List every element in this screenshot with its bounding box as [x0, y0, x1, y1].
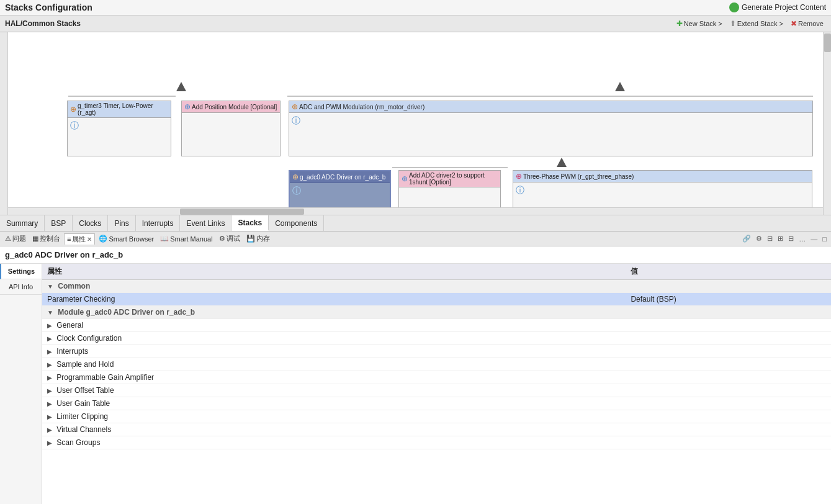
interrupts-expand-icon: ▶	[47, 348, 52, 355]
node-timer3[interactable]: ⊕ g_timer3 Timer, Low-Power (r_agt) ⓘ	[67, 101, 171, 156]
row-clock-config[interactable]: ▶ Clock Configuration	[42, 332, 831, 345]
three-phase-info: ⓘ	[516, 185, 524, 195]
row-user-gain[interactable]: ▶ User Gain Table	[42, 397, 831, 410]
row-virtual-channels[interactable]: ▶ Virtual Channels	[42, 423, 831, 436]
extend-stack-icon: ⬆	[730, 19, 736, 28]
user-gain-expand-icon: ▶	[47, 400, 52, 407]
tab-summary[interactable]: Summary	[0, 215, 45, 231]
side-tabs: Settings API Info	[0, 264, 42, 504]
new-stack-btn[interactable]: ✚ New Stack >	[674, 18, 725, 29]
adc-pwm-label: ADC and PWM Modulation (rm_motor_driver)	[299, 104, 424, 110]
section-module[interactable]: ▼ Module g_adc0 ADC Driver on r_adc_b	[42, 306, 831, 319]
toolbar-btn-more[interactable]: …	[797, 235, 807, 243]
tab-bar: Summary BSP Clocks Pins Interrupts Event…	[0, 215, 831, 232]
limiter-expand-icon: ▶	[47, 413, 52, 420]
g-adc0-label: g_adc0 ADC Driver on r_adc_b	[300, 174, 385, 181]
remove-label: Remove	[798, 20, 824, 27]
generate-btn[interactable]: Generate Project Content	[729, 2, 826, 12]
virtual-channels-expand-icon: ▶	[47, 426, 52, 433]
generate-icon	[729, 2, 739, 12]
bottom-toolbar: ⚠ 问题 ▦ 控制台 ≡ 属性 ✕ 🌐 Smart Browser 📖 Smar…	[0, 232, 831, 246]
toolbar-btn-link[interactable]: 🔗	[740, 234, 753, 243]
app-title: Stacks Configuration	[5, 2, 92, 12]
tab-event-links[interactable]: Event Links	[180, 215, 231, 231]
pga-expand-icon: ▶	[47, 374, 52, 381]
toolbar-btn-minimize[interactable]: —	[809, 235, 819, 243]
left-scroll-indicator[interactable]	[0, 32, 8, 215]
toolbar-debug[interactable]: ⚙ 调试	[217, 233, 243, 244]
general-expand-icon: ▶	[47, 322, 52, 329]
user-offset-expand-icon: ▶	[47, 387, 52, 394]
three-phase-label: Three-Phase PWM (r_gpt_three_phase)	[523, 173, 634, 180]
issues-icon: ⚠	[5, 235, 11, 243]
add-adc2-label: Add ADC driver2 to support 1shunt [Optio…	[409, 172, 498, 186]
section-common[interactable]: ▼ Common	[42, 280, 831, 293]
side-tab-api-info[interactable]: API Info	[0, 279, 42, 295]
timer3-info: ⓘ	[70, 120, 79, 130]
debug-icon: ⚙	[219, 235, 225, 243]
adc-pwm-icon: ⊕	[292, 102, 298, 111]
node-adc-pwm[interactable]: ⊕ ADC and PWM Modulation (rm_motor_drive…	[289, 101, 813, 156]
hal-actions: ✚ New Stack > ⬆ Extend Stack > ✖ Remove	[674, 18, 826, 29]
toolbar-properties[interactable]: ≡ 属性 ✕	[64, 233, 95, 245]
vscroll-thumb	[824, 34, 831, 52]
row-parameter-checking[interactable]: Parameter Checking Default (BSP)	[42, 293, 831, 306]
toolbar-btn-maximize[interactable]: □	[820, 235, 829, 243]
new-stack-icon: ✚	[676, 19, 683, 28]
properties-close[interactable]: ✕	[87, 236, 92, 243]
tab-pins[interactable]: Pins	[108, 215, 135, 231]
toolbar-issues[interactable]: ⚠ 问题	[2, 233, 29, 244]
scan-groups-expand-icon: ▶	[47, 439, 52, 446]
g-adc0-icon: ⊕	[292, 173, 299, 181]
add-adc2-icon: ⊕	[402, 174, 408, 183]
timer3-icon: ⊕	[70, 105, 76, 114]
vscroll[interactable]	[823, 32, 831, 215]
toolbar-smart-manual[interactable]: 📖 Smart Manual	[158, 234, 215, 243]
tab-components[interactable]: Components	[269, 215, 324, 231]
tab-interrupts[interactable]: Interrupts	[136, 215, 181, 231]
node-add-position[interactable]: ⊕ Add Position Module [Optional]	[181, 101, 281, 156]
sample-hold-expand-icon: ▶	[47, 361, 52, 368]
page-title: g_adc0 ADC Driver on r_adc_b	[0, 246, 831, 264]
hal-title: HAL/Common Stacks	[5, 19, 81, 28]
arrow-up-1	[176, 82, 186, 91]
toolbar-memory[interactable]: 💾 内存	[244, 233, 272, 244]
smart-manual-icon: 📖	[160, 235, 169, 243]
three-phase-icon: ⊕	[516, 172, 522, 181]
toolbar-btn-expand[interactable]: ⊞	[776, 234, 785, 243]
adc-pwm-info: ⓘ	[292, 115, 300, 125]
side-tab-settings[interactable]: Settings	[0, 264, 42, 279]
clock-expand-icon: ▶	[47, 335, 52, 342]
col-value: 值	[626, 264, 831, 280]
new-stack-label: New Stack >	[684, 20, 722, 27]
toolbar-right: 🔗 ⚙ ⊟ ⊞ ⊟ … — □	[740, 234, 829, 243]
hscroll-thumb	[180, 209, 304, 215]
properties-icon: ≡	[67, 235, 71, 243]
extend-stack-label: Extend Stack >	[737, 20, 783, 27]
props-area: 属性 值 ▼ Common Parameter Checking	[42, 264, 831, 504]
row-general[interactable]: ▶ General	[42, 319, 831, 332]
arrow-up-2	[615, 82, 625, 91]
extend-stack-btn[interactable]: ⬆ Extend Stack >	[727, 18, 786, 29]
toolbar-smart-browser[interactable]: 🌐 Smart Browser	[96, 234, 156, 243]
hscroll[interactable]	[0, 207, 823, 215]
top-bar: Stacks Configuration Generate Project Co…	[0, 0, 831, 16]
tab-clocks[interactable]: Clocks	[73, 215, 108, 231]
remove-btn[interactable]: ✖ Remove	[788, 18, 826, 29]
row-sample-hold[interactable]: ▶ Sample and Hold	[42, 358, 831, 371]
hal-header: HAL/Common Stacks ✚ New Stack > ⬆ Extend…	[0, 16, 831, 32]
row-interrupts[interactable]: ▶ Interrupts	[42, 345, 831, 358]
toolbar-btn-collapse[interactable]: ⊟	[786, 234, 796, 243]
row-scan-groups[interactable]: ▶ Scan Groups	[42, 436, 831, 449]
toolbar-console[interactable]: ▦ 控制台	[30, 233, 63, 244]
arrow-up-3	[557, 158, 567, 167]
row-pga[interactable]: ▶ Programmable Gain Amplifier	[42, 371, 831, 384]
toolbar-btn-columns[interactable]: ⚙	[754, 234, 764, 243]
row-user-offset[interactable]: ▶ User Offset Table	[42, 384, 831, 397]
toolbar-btn-filter[interactable]: ⊟	[765, 234, 775, 243]
tab-bsp[interactable]: BSP	[45, 215, 73, 231]
smart-browser-icon: 🌐	[99, 235, 107, 243]
tab-stacks[interactable]: Stacks	[231, 215, 269, 231]
row-limiter[interactable]: ▶ Limiter Clipping	[42, 410, 831, 423]
param-check-value: Default (BSP)	[631, 295, 676, 304]
